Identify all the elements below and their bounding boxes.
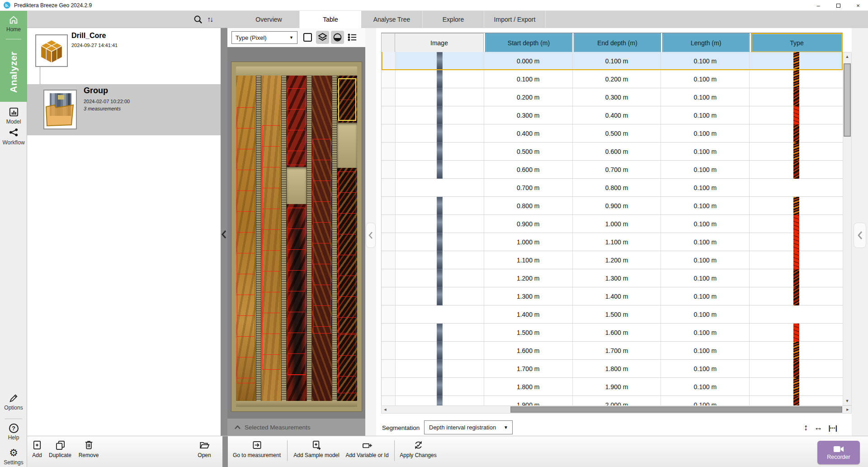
minimize-button[interactable]: – <box>808 0 828 11</box>
table-horizontal-scrollbar[interactable]: ◄ ► <box>381 405 852 414</box>
row-selector-cell[interactable] <box>382 396 396 405</box>
scroll-right-arrow-icon[interactable]: ► <box>844 406 851 413</box>
sidebar-item-options[interactable]: Options <box>0 393 27 411</box>
table-row[interactable]: 0.800 m 0.900 m 0.100 m <box>382 197 843 215</box>
duplicate-label: Duplicate <box>49 452 71 458</box>
table-row[interactable]: 0.400 m 0.500 m 0.100 m <box>382 124 843 143</box>
row-selector-cell[interactable] <box>382 360 396 377</box>
tab-overview[interactable]: Overview <box>238 11 300 28</box>
maximize-button[interactable] <box>828 0 848 11</box>
row-selector-cell[interactable] <box>382 269 396 287</box>
row-selector-cell[interactable] <box>382 197 396 214</box>
table-row[interactable]: 1.000 m 1.100 m 0.100 m <box>382 233 843 251</box>
table-row[interactable]: 0.000 m 0.100 m 0.100 m <box>382 52 843 70</box>
vertical-scrollbar-thumb[interactable] <box>844 63 851 137</box>
row-selector-cell[interactable] <box>382 179 396 196</box>
close-button[interactable]: × <box>848 0 868 11</box>
row-selector-cell[interactable] <box>382 143 396 160</box>
segmentation-select[interactable]: Depth interval registration ▼ <box>424 420 513 434</box>
fit-width-icon[interactable]: |···| <box>829 424 837 432</box>
row-selector-cell[interactable] <box>382 88 396 106</box>
library-item-group[interactable]: Group 2024-02-07 10:22:00 3 measurements <box>27 84 221 135</box>
sidebar-item-model[interactable]: Model <box>0 107 27 125</box>
row-selector-cell[interactable] <box>382 342 396 359</box>
table-row[interactable]: 0.600 m 0.700 m 0.100 m <box>382 161 843 179</box>
row-selector-cell[interactable] <box>382 52 396 70</box>
table-row[interactable]: 0.500 m 0.600 m 0.100 m <box>382 143 843 161</box>
layer-select[interactable]: Type (Pixel) ▼ <box>231 31 297 44</box>
layers-view-button[interactable] <box>316 31 329 44</box>
apply-changes-button[interactable]: Apply Changes <box>396 440 440 458</box>
row-selector-cell[interactable] <box>382 106 396 124</box>
table-row[interactable]: 0.700 m 0.800 m 0.100 m <box>382 179 843 197</box>
table-row[interactable]: 1.900 m 2.000 m 0.100 m <box>382 396 843 405</box>
selected-measurements-bar[interactable]: Selected Measurements <box>227 419 365 436</box>
collapse-left-panel-icon[interactable] <box>221 224 227 244</box>
row-selector-cell[interactable] <box>382 70 396 88</box>
tab-import-export[interactable]: Import / Export <box>484 11 546 28</box>
add-sample-model-button[interactable]: Add Sample model <box>290 440 343 458</box>
column-header-length[interactable]: Length (m) <box>662 33 750 52</box>
table-row[interactable]: 1.200 m 1.300 m 0.100 m <box>382 269 843 287</box>
sort-icon[interactable]: ↑↓ <box>207 15 212 24</box>
panel-splitter[interactable] <box>221 28 227 467</box>
open-button[interactable]: Open <box>194 440 214 458</box>
horizontal-scrollbar-thumb[interactable] <box>510 406 842 413</box>
row-selector-cell[interactable] <box>382 161 396 178</box>
recorder-button[interactable]: Recorder <box>817 441 860 464</box>
row-selector-cell[interactable] <box>382 287 396 305</box>
table-row[interactable]: 0.300 m 0.400 m 0.100 m <box>382 106 843 124</box>
row-selector-cell[interactable] <box>382 378 396 396</box>
add-button[interactable]: Add <box>28 440 46 458</box>
segment-annotation <box>338 172 356 334</box>
row-selector-cell[interactable] <box>382 215 396 233</box>
contrast-view-button[interactable] <box>331 31 344 44</box>
resize-vertical-icon[interactable]: ↕ <box>804 423 808 433</box>
tab-explore[interactable]: Explore <box>423 11 484 28</box>
row-type-classification-strip <box>793 52 799 70</box>
resize-horizontal-icon[interactable]: ↔ <box>814 423 823 433</box>
sidebar-item-home[interactable]: Home <box>0 15 27 33</box>
column-header-image[interactable]: Image <box>395 33 484 52</box>
table-row[interactable]: 0.900 m 1.000 m 0.100 m <box>382 215 843 233</box>
remove-button[interactable]: Remove <box>76 440 101 458</box>
cell-start-depth: 1.400 m <box>484 305 573 323</box>
go-to-measurement-button[interactable]: Go to measurement <box>229 440 285 458</box>
column-header-type[interactable]: Type <box>751 33 843 52</box>
tab-table[interactable]: Table <box>300 11 361 28</box>
table-row[interactable]: 1.300 m 1.400 m 0.100 m <box>382 287 843 305</box>
add-variable-or-id-button[interactable]: Add Variable or Id <box>341 440 393 458</box>
row-selector-header[interactable] <box>381 33 395 52</box>
scroll-left-arrow-icon[interactable]: ◄ <box>382 406 389 413</box>
sidebar-item-workflow[interactable]: Workflow <box>0 128 27 146</box>
table-row[interactable]: 1.500 m 1.600 m 0.100 m <box>382 324 843 342</box>
collapse-viewer-icon[interactable] <box>366 223 376 248</box>
table-row[interactable]: 0.200 m 0.300 m 0.100 m <box>382 88 843 106</box>
table-row[interactable]: 1.400 m 1.500 m 0.100 m <box>382 305 843 324</box>
list-view-button[interactable] <box>346 31 359 44</box>
row-selector-cell[interactable] <box>382 324 396 341</box>
table-row[interactable]: 1.100 m 1.200 m 0.100 m <box>382 251 843 269</box>
column-header-end-depth[interactable]: End depth (m) <box>574 33 661 52</box>
frame-view-button[interactable] <box>301 31 314 44</box>
core-image-viewer[interactable] <box>227 47 365 419</box>
library-item-drill-core[interactable]: Drill_Core 2024-09-27 14:41:41 <box>27 28 221 84</box>
row-selector-cell[interactable] <box>382 305 396 323</box>
row-selector-cell[interactable] <box>382 251 396 269</box>
scroll-down-arrow-icon[interactable]: ▼ <box>843 397 851 405</box>
search-icon[interactable] <box>193 15 203 24</box>
scroll-up-arrow-icon[interactable]: ▲ <box>843 52 851 61</box>
collapse-right-icon[interactable] <box>854 223 866 248</box>
table-row[interactable]: 1.600 m 1.700 m 0.100 m <box>382 342 843 360</box>
sidebar-item-settings[interactable]: ⚙ Settings <box>0 448 27 466</box>
row-selector-cell[interactable] <box>382 124 396 142</box>
table-row[interactable]: 1.800 m 1.900 m 0.100 m <box>382 378 843 396</box>
table-row[interactable]: 1.700 m 1.800 m 0.100 m <box>382 360 843 378</box>
row-selector-cell[interactable] <box>382 233 396 251</box>
sidebar-item-help[interactable]: ? Help <box>0 424 27 441</box>
table-vertical-scrollbar[interactable]: ▲ ▼ <box>843 52 852 405</box>
column-header-start-depth[interactable]: Start depth (m) <box>485 33 572 52</box>
tab-analyse-tree[interactable]: Analyse Tree <box>361 11 423 28</box>
duplicate-button[interactable]: Duplicate <box>46 440 75 458</box>
table-row[interactable]: 0.100 m 0.200 m 0.100 m <box>382 70 843 88</box>
